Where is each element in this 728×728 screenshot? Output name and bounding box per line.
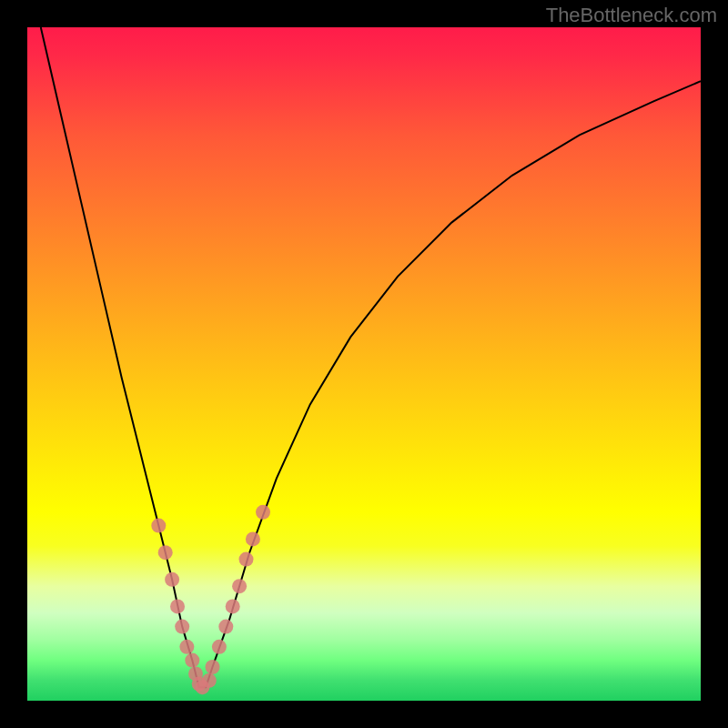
data-marker: [246, 531, 260, 546]
watermark-text: TheBottleneck.com: [546, 4, 717, 27]
data-marker: [170, 599, 185, 613]
data-marker: [212, 640, 227, 654]
data-marker: [179, 640, 194, 654]
data-marker: [226, 599, 240, 613]
chart-container: TheBottleneck.com: [0, 0, 728, 728]
bottleneck-curve: [41, 27, 701, 687]
markers-left-branch: [151, 519, 209, 695]
data-marker: [218, 620, 233, 634]
data-marker: [151, 519, 166, 533]
data-marker: [185, 653, 199, 668]
data-marker: [239, 552, 254, 567]
data-marker: [206, 660, 220, 674]
data-marker: [158, 545, 173, 560]
plot-area: [27, 27, 701, 701]
data-marker: [256, 505, 270, 520]
curve-svg: [27, 27, 701, 701]
data-marker: [202, 673, 217, 688]
data-marker: [165, 572, 179, 587]
data-marker: [232, 579, 247, 593]
data-marker: [175, 620, 189, 634]
